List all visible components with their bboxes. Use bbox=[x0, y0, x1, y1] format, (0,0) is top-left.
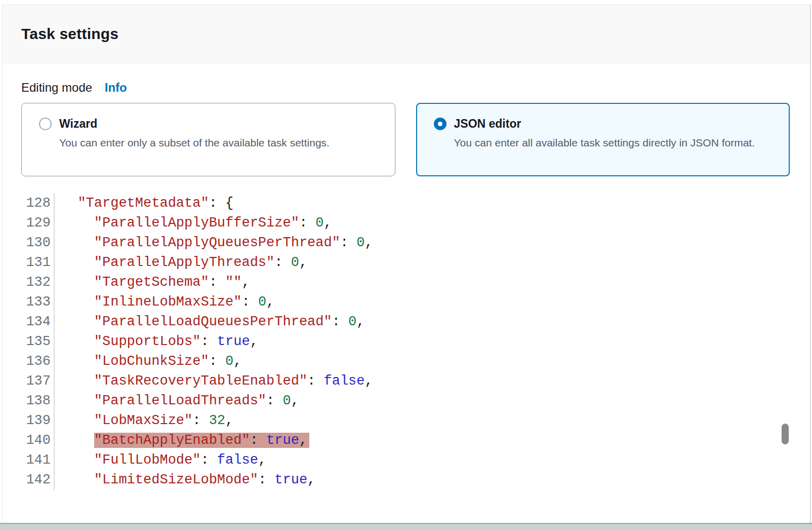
code-line[interactable]: 140 "BatchApplyEnabled": true, bbox=[22, 431, 790, 450]
option-title: Wizard bbox=[59, 116, 330, 132]
code-line[interactable]: 136 "LobChunkSize": 0, bbox=[22, 352, 790, 371]
code-line[interactable]: 133 "InlineLobMaxSize": 0, bbox=[22, 292, 790, 312]
line-number: 131 bbox=[22, 253, 55, 273]
line-number: 128 bbox=[22, 194, 55, 213]
option-tile-json-editor[interactable]: JSON editor You can enter all available … bbox=[416, 103, 790, 176]
page-title: Task settings bbox=[21, 25, 118, 43]
line-number: 133 bbox=[22, 292, 55, 312]
line-number: 138 bbox=[22, 391, 55, 411]
line-number: 141 bbox=[22, 450, 55, 470]
code-line[interactable]: 131 "ParallelApplyThreads": 0, bbox=[22, 253, 790, 273]
line-number: 130 bbox=[22, 233, 55, 253]
code-line[interactable]: 132 "TargetSchema": "", bbox=[22, 273, 790, 292]
editing-mode-row: Editing mode Info bbox=[21, 80, 790, 96]
code-line[interactable]: 137 "TaskRecoveryTableEnabled": false, bbox=[22, 371, 790, 391]
line-number: 140 bbox=[22, 431, 55, 450]
code-text: "TaskRecoveryTableEnabled": false, bbox=[61, 371, 373, 391]
code-line[interactable]: 139 "LobMaxSize": 32, bbox=[22, 411, 790, 431]
code-text: "ParallelApplyBufferSize": 0, bbox=[61, 213, 332, 233]
option-title: JSON editor bbox=[454, 116, 755, 132]
code-text: "TargetSchema": "", bbox=[61, 273, 250, 292]
radio-json-editor[interactable] bbox=[434, 118, 446, 130]
json-code-editor[interactable]: 128 "TargetMetadata": {129 "ParallelAppl… bbox=[22, 194, 790, 490]
info-link[interactable]: Info bbox=[105, 81, 127, 94]
option-description: You can enter only a subset of the avail… bbox=[59, 135, 330, 150]
editing-mode-options: Wizard You can enter only a subset of th… bbox=[21, 103, 790, 176]
code-line[interactable]: 128 "TargetMetadata": { bbox=[22, 194, 790, 213]
line-number: 137 bbox=[22, 371, 55, 391]
line-number: 134 bbox=[22, 312, 55, 332]
line-number: 136 bbox=[22, 352, 55, 371]
panel-bottom-edge bbox=[0, 523, 812, 530]
code-text: "ParallelLoadQueuesPerThread": 0, bbox=[61, 312, 365, 332]
highlighted-code: "BatchApplyEnabled": true, bbox=[94, 433, 307, 448]
code-text: "TargetMetadata": { bbox=[61, 194, 233, 213]
line-number: 132 bbox=[22, 273, 55, 292]
code-text: "BatchApplyEnabled": true, bbox=[61, 431, 307, 450]
code-line[interactable]: 141 "FullLobMode": false, bbox=[22, 450, 790, 470]
code-text: "ParallelLoadThreads": 0, bbox=[61, 391, 299, 411]
line-number: 129 bbox=[22, 213, 55, 233]
code-text: "ParallelApplyQueuesPerThread": 0, bbox=[61, 233, 373, 253]
code-line[interactable]: 134 "ParallelLoadQueuesPerThread": 0, bbox=[22, 312, 790, 332]
editing-mode-label: Editing mode bbox=[21, 81, 92, 94]
code-text: "InlineLobMaxSize": 0, bbox=[61, 292, 274, 312]
task-settings-panel: Task settings Editing mode Info Wizard Y… bbox=[2, 5, 811, 524]
code-line[interactable]: 142 "LimitedSizeLobMode": true, bbox=[22, 470, 790, 490]
code-text: "FullLobMode": false, bbox=[61, 450, 266, 470]
code-text: "LobMaxSize": 32, bbox=[61, 411, 233, 431]
option-tile-wizard[interactable]: Wizard You can enter only a subset of th… bbox=[21, 103, 395, 176]
line-number: 142 bbox=[22, 470, 55, 490]
code-text: "ParallelApplyThreads": 0, bbox=[61, 253, 307, 273]
code-text: "SupportLobs": true, bbox=[61, 332, 258, 352]
scrollbar-thumb[interactable] bbox=[782, 424, 789, 444]
panel-body: Editing mode Info Wizard You can enter o… bbox=[3, 63, 810, 490]
code-line[interactable]: 130 "ParallelApplyQueuesPerThread": 0, bbox=[22, 233, 790, 253]
code-line[interactable]: 135 "SupportLobs": true, bbox=[22, 332, 790, 352]
code-line[interactable]: 138 "ParallelLoadThreads": 0, bbox=[22, 391, 790, 411]
option-description: You can enter all available task setting… bbox=[454, 135, 755, 150]
line-number: 139 bbox=[22, 411, 55, 431]
radio-wizard[interactable] bbox=[39, 118, 52, 130]
line-number: 135 bbox=[22, 332, 55, 352]
code-line[interactable]: 129 "ParallelApplyBufferSize": 0, bbox=[22, 213, 790, 233]
code-text: "LimitedSizeLobMode": true, bbox=[61, 470, 315, 490]
code-text: "LobChunkSize": 0, bbox=[61, 352, 241, 371]
panel-header: Task settings bbox=[3, 5, 810, 63]
